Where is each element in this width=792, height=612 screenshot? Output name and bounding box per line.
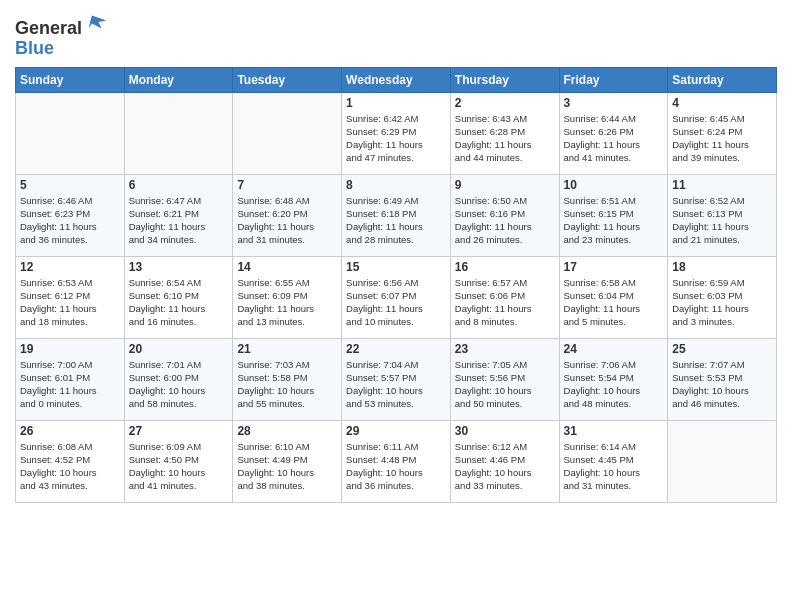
- weekday-header: Thursday: [450, 67, 559, 92]
- day-info: Sunrise: 6:43 AM Sunset: 6:28 PM Dayligh…: [455, 112, 555, 165]
- day-number: 1: [346, 96, 446, 110]
- logo-text: General: [15, 10, 108, 39]
- day-info: Sunrise: 6:08 AM Sunset: 4:52 PM Dayligh…: [20, 440, 120, 493]
- day-info: Sunrise: 6:14 AM Sunset: 4:45 PM Dayligh…: [564, 440, 664, 493]
- calendar-day-cell: 16Sunrise: 6:57 AM Sunset: 6:06 PM Dayli…: [450, 256, 559, 338]
- day-info: Sunrise: 6:55 AM Sunset: 6:09 PM Dayligh…: [237, 276, 337, 329]
- calendar-day-cell: 22Sunrise: 7:04 AM Sunset: 5:57 PM Dayli…: [342, 338, 451, 420]
- weekday-header: Friday: [559, 67, 668, 92]
- day-number: 3: [564, 96, 664, 110]
- day-number: 29: [346, 424, 446, 438]
- day-number: 8: [346, 178, 446, 192]
- day-number: 16: [455, 260, 555, 274]
- calendar-week-row: 5Sunrise: 6:46 AM Sunset: 6:23 PM Daylig…: [16, 174, 777, 256]
- calendar-day-cell: 5Sunrise: 6:46 AM Sunset: 6:23 PM Daylig…: [16, 174, 125, 256]
- calendar-day-cell: 2Sunrise: 6:43 AM Sunset: 6:28 PM Daylig…: [450, 92, 559, 174]
- day-number: 19: [20, 342, 120, 356]
- day-info: Sunrise: 6:42 AM Sunset: 6:29 PM Dayligh…: [346, 112, 446, 165]
- day-number: 30: [455, 424, 555, 438]
- day-info: Sunrise: 7:06 AM Sunset: 5:54 PM Dayligh…: [564, 358, 664, 411]
- svg-marker-0: [89, 16, 107, 29]
- day-number: 4: [672, 96, 772, 110]
- logo-bird-icon: [84, 10, 108, 34]
- day-info: Sunrise: 7:03 AM Sunset: 5:58 PM Dayligh…: [237, 358, 337, 411]
- day-number: 12: [20, 260, 120, 274]
- day-number: 18: [672, 260, 772, 274]
- day-info: Sunrise: 6:10 AM Sunset: 4:49 PM Dayligh…: [237, 440, 337, 493]
- calendar-day-cell: [16, 92, 125, 174]
- day-number: 26: [20, 424, 120, 438]
- calendar-day-cell: 9Sunrise: 6:50 AM Sunset: 6:16 PM Daylig…: [450, 174, 559, 256]
- day-info: Sunrise: 6:47 AM Sunset: 6:21 PM Dayligh…: [129, 194, 229, 247]
- day-number: 17: [564, 260, 664, 274]
- day-info: Sunrise: 7:00 AM Sunset: 6:01 PM Dayligh…: [20, 358, 120, 411]
- header: General Blue: [15, 10, 777, 59]
- day-number: 2: [455, 96, 555, 110]
- calendar-week-row: 1Sunrise: 6:42 AM Sunset: 6:29 PM Daylig…: [16, 92, 777, 174]
- day-info: Sunrise: 7:04 AM Sunset: 5:57 PM Dayligh…: [346, 358, 446, 411]
- day-info: Sunrise: 6:48 AM Sunset: 6:20 PM Dayligh…: [237, 194, 337, 247]
- calendar-day-cell: 21Sunrise: 7:03 AM Sunset: 5:58 PM Dayli…: [233, 338, 342, 420]
- day-number: 14: [237, 260, 337, 274]
- calendar-week-row: 19Sunrise: 7:00 AM Sunset: 6:01 PM Dayli…: [16, 338, 777, 420]
- calendar-day-cell: 24Sunrise: 7:06 AM Sunset: 5:54 PM Dayli…: [559, 338, 668, 420]
- weekday-header: Monday: [124, 67, 233, 92]
- calendar-day-cell: 14Sunrise: 6:55 AM Sunset: 6:09 PM Dayli…: [233, 256, 342, 338]
- day-info: Sunrise: 7:05 AM Sunset: 5:56 PM Dayligh…: [455, 358, 555, 411]
- calendar-week-row: 26Sunrise: 6:08 AM Sunset: 4:52 PM Dayli…: [16, 420, 777, 502]
- day-number: 24: [564, 342, 664, 356]
- calendar-day-cell: 11Sunrise: 6:52 AM Sunset: 6:13 PM Dayli…: [668, 174, 777, 256]
- calendar-day-cell: 26Sunrise: 6:08 AM Sunset: 4:52 PM Dayli…: [16, 420, 125, 502]
- calendar-day-cell: 3Sunrise: 6:44 AM Sunset: 6:26 PM Daylig…: [559, 92, 668, 174]
- calendar-day-cell: 28Sunrise: 6:10 AM Sunset: 4:49 PM Dayli…: [233, 420, 342, 502]
- day-number: 25: [672, 342, 772, 356]
- calendar-day-cell: 8Sunrise: 6:49 AM Sunset: 6:18 PM Daylig…: [342, 174, 451, 256]
- weekday-header: Saturday: [668, 67, 777, 92]
- weekday-header: Tuesday: [233, 67, 342, 92]
- calendar-day-cell: 18Sunrise: 6:59 AM Sunset: 6:03 PM Dayli…: [668, 256, 777, 338]
- calendar-day-cell: 7Sunrise: 6:48 AM Sunset: 6:20 PM Daylig…: [233, 174, 342, 256]
- day-info: Sunrise: 7:07 AM Sunset: 5:53 PM Dayligh…: [672, 358, 772, 411]
- day-info: Sunrise: 6:52 AM Sunset: 6:13 PM Dayligh…: [672, 194, 772, 247]
- calendar-day-cell: 27Sunrise: 6:09 AM Sunset: 4:50 PM Dayli…: [124, 420, 233, 502]
- day-info: Sunrise: 6:56 AM Sunset: 6:07 PM Dayligh…: [346, 276, 446, 329]
- day-number: 10: [564, 178, 664, 192]
- day-number: 27: [129, 424, 229, 438]
- day-info: Sunrise: 7:01 AM Sunset: 6:00 PM Dayligh…: [129, 358, 229, 411]
- calendar-day-cell: 17Sunrise: 6:58 AM Sunset: 6:04 PM Dayli…: [559, 256, 668, 338]
- day-info: Sunrise: 6:44 AM Sunset: 6:26 PM Dayligh…: [564, 112, 664, 165]
- day-number: 7: [237, 178, 337, 192]
- day-info: Sunrise: 6:51 AM Sunset: 6:15 PM Dayligh…: [564, 194, 664, 247]
- day-info: Sunrise: 6:12 AM Sunset: 4:46 PM Dayligh…: [455, 440, 555, 493]
- calendar-day-cell: 6Sunrise: 6:47 AM Sunset: 6:21 PM Daylig…: [124, 174, 233, 256]
- logo-blue-text: Blue: [15, 39, 108, 59]
- day-number: 13: [129, 260, 229, 274]
- day-number: 9: [455, 178, 555, 192]
- calendar-day-cell: 10Sunrise: 6:51 AM Sunset: 6:15 PM Dayli…: [559, 174, 668, 256]
- day-info: Sunrise: 6:58 AM Sunset: 6:04 PM Dayligh…: [564, 276, 664, 329]
- logo: General Blue: [15, 10, 108, 59]
- day-info: Sunrise: 6:09 AM Sunset: 4:50 PM Dayligh…: [129, 440, 229, 493]
- day-info: Sunrise: 6:11 AM Sunset: 4:48 PM Dayligh…: [346, 440, 446, 493]
- day-number: 5: [20, 178, 120, 192]
- day-number: 21: [237, 342, 337, 356]
- day-number: 22: [346, 342, 446, 356]
- day-number: 6: [129, 178, 229, 192]
- calendar-day-cell: 23Sunrise: 7:05 AM Sunset: 5:56 PM Dayli…: [450, 338, 559, 420]
- day-number: 23: [455, 342, 555, 356]
- calendar-header-row: SundayMondayTuesdayWednesdayThursdayFrid…: [16, 67, 777, 92]
- calendar-day-cell: 15Sunrise: 6:56 AM Sunset: 6:07 PM Dayli…: [342, 256, 451, 338]
- calendar-day-cell: 19Sunrise: 7:00 AM Sunset: 6:01 PM Dayli…: [16, 338, 125, 420]
- calendar-day-cell: 20Sunrise: 7:01 AM Sunset: 6:00 PM Dayli…: [124, 338, 233, 420]
- calendar-day-cell: 25Sunrise: 7:07 AM Sunset: 5:53 PM Dayli…: [668, 338, 777, 420]
- calendar-day-cell: [124, 92, 233, 174]
- calendar-day-cell: 4Sunrise: 6:45 AM Sunset: 6:24 PM Daylig…: [668, 92, 777, 174]
- day-info: Sunrise: 6:46 AM Sunset: 6:23 PM Dayligh…: [20, 194, 120, 247]
- calendar-day-cell: [668, 420, 777, 502]
- calendar-week-row: 12Sunrise: 6:53 AM Sunset: 6:12 PM Dayli…: [16, 256, 777, 338]
- calendar-day-cell: 12Sunrise: 6:53 AM Sunset: 6:12 PM Dayli…: [16, 256, 125, 338]
- calendar-day-cell: 1Sunrise: 6:42 AM Sunset: 6:29 PM Daylig…: [342, 92, 451, 174]
- day-info: Sunrise: 6:57 AM Sunset: 6:06 PM Dayligh…: [455, 276, 555, 329]
- calendar-day-cell: [233, 92, 342, 174]
- day-number: 28: [237, 424, 337, 438]
